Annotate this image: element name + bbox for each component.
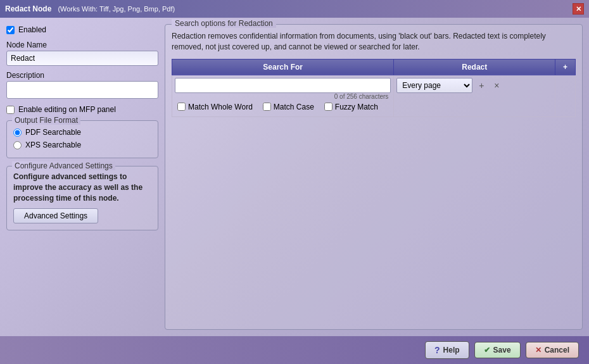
enable-mfp-label: Enable editing on MFP panel — [18, 105, 116, 114]
redact-cell: Every page + × — [394, 75, 555, 116]
fuzzy-match-option: Fuzzy Match — [324, 103, 378, 111]
search-for-header: Search For — [172, 59, 394, 75]
match-case-checkbox[interactable] — [263, 103, 271, 111]
redact-header: Redact — [394, 59, 555, 75]
save-button[interactable]: ✔ Save — [474, 342, 521, 358]
add-header[interactable]: + — [555, 59, 576, 75]
right-panel-title: Search options for Redaction — [172, 19, 276, 28]
redact-dropdown[interactable]: Every page — [396, 78, 472, 93]
node-name-section: Node Name — [6, 41, 158, 66]
add-row-button[interactable]: + — [475, 79, 488, 92]
cancel-label: Cancel — [545, 346, 569, 355]
cancel-icon: ✕ — [535, 346, 542, 355]
fuzzy-match-checkbox[interactable] — [324, 103, 332, 111]
node-name-input[interactable] — [6, 51, 158, 66]
bottom-bar: ? Help ✔ Save ✕ Cancel — [0, 336, 589, 364]
description-section: Description — [6, 71, 158, 99]
search-table: Search For Redact + 0 of 256 characters — [172, 59, 576, 117]
pdf-radio[interactable] — [13, 129, 22, 137]
match-options: Match Whole Word Match Case Fuzzy Match — [175, 100, 391, 114]
description-label: Description — [6, 71, 158, 80]
output-format-title: Output File Format — [12, 116, 80, 125]
cancel-button[interactable]: ✕ Cancel — [526, 342, 579, 358]
match-whole-word-checkbox[interactable] — [177, 103, 186, 111]
pdf-label: PDF Searchable — [25, 128, 81, 137]
fuzzy-match-label: Fuzzy Match — [335, 103, 378, 111]
left-panel: Enabled Node Name Description Enable edi… — [6, 24, 158, 330]
enable-mfp-checkbox[interactable] — [6, 106, 15, 114]
output-format-group: Output File Format PDF Searchable XPS Se… — [6, 120, 158, 158]
search-for-cell: 0 of 256 characters Match Whole Word Mat… — [172, 75, 394, 116]
match-case-option: Match Case — [263, 103, 314, 111]
right-panel: Search options for Redaction Redaction r… — [165, 24, 583, 330]
close-button[interactable]: ✕ — [573, 3, 584, 15]
enable-editing-row: Enable editing on MFP panel — [6, 104, 158, 115]
enabled-checkbox[interactable] — [6, 26, 15, 34]
help-button[interactable]: ? Help — [425, 341, 469, 359]
search-text-input[interactable] — [175, 78, 391, 93]
help-icon: ? — [434, 345, 440, 355]
advanced-settings-group: Configure Advanced Settings Configure ad… — [6, 166, 158, 230]
title-bar: Redact Node (Works With: Tiff, Jpg, Png,… — [0, 0, 589, 18]
xps-label: XPS Searchable — [25, 141, 81, 149]
pdf-radio-row: PDF Searchable — [13, 126, 151, 139]
title-text: Redact Node (Works With: Tiff, Jpg, Png,… — [5, 4, 175, 13]
xps-radio[interactable] — [13, 141, 22, 149]
help-label: Help — [443, 346, 460, 355]
xps-radio-row: XPS Searchable — [13, 139, 151, 151]
search-row: 0 of 256 characters Match Whole Word Mat… — [172, 75, 576, 116]
match-whole-word-label: Match Whole Word — [188, 103, 253, 111]
enabled-label: Enabled — [18, 25, 46, 34]
char-count: 0 of 256 characters — [175, 93, 391, 100]
save-label: Save — [493, 346, 511, 355]
advanced-settings-button[interactable]: Advanced Settings — [13, 208, 98, 223]
advanced-settings-description: Configure advanced settings to improve t… — [13, 172, 151, 203]
match-case-label: Match Case — [274, 103, 314, 111]
enabled-row: Enabled — [6, 24, 158, 35]
empty-cell — [555, 75, 576, 116]
advanced-settings-title: Configure Advanced Settings — [12, 161, 115, 170]
description-input[interactable] — [6, 81, 158, 99]
redaction-description: Redaction removes confidential informati… — [172, 31, 576, 53]
remove-row-button[interactable]: × — [490, 79, 503, 92]
save-icon: ✔ — [484, 346, 490, 355]
match-whole-word-option: Match Whole Word — [177, 103, 253, 111]
node-name-label: Node Name — [6, 41, 158, 49]
